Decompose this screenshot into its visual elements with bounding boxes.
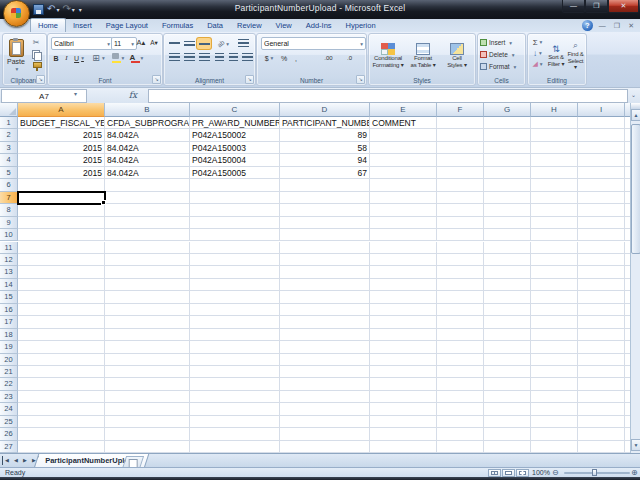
- grid-cell-C20[interactable]: [190, 354, 280, 366]
- grid-cell-F27[interactable]: [437, 441, 484, 453]
- grid-cell-F22[interactable]: [437, 378, 484, 390]
- grid-cell-E25[interactable]: [370, 416, 437, 428]
- grid-cell-I9[interactable]: [578, 217, 625, 229]
- grid-cell-B12[interactable]: [105, 254, 190, 266]
- grid-cell-B7[interactable]: [105, 192, 190, 204]
- vertical-scrollbar[interactable]: ▲ ▼: [630, 103, 640, 453]
- grid-cell-G22[interactable]: [484, 378, 531, 390]
- grid-cell-I11[interactable]: [578, 242, 625, 254]
- grid-cell-I20[interactable]: [578, 354, 625, 366]
- grid-cell-C5[interactable]: P042A150005: [190, 167, 280, 179]
- grid-cell-D19[interactable]: [280, 341, 370, 353]
- grid-cell-A12[interactable]: [18, 254, 105, 266]
- grid-cell-G21[interactable]: [484, 366, 531, 378]
- grid-cell-G24[interactable]: [484, 403, 531, 415]
- formula-input[interactable]: [148, 89, 628, 103]
- grid-cell-I17[interactable]: [578, 316, 625, 328]
- cut-button[interactable]: ✂: [30, 37, 42, 47]
- first-sheet-button[interactable]: ◀: [2, 456, 11, 465]
- grid-cell-I23[interactable]: [578, 391, 625, 403]
- grid-cell-C6[interactable]: [190, 179, 280, 191]
- grid-cell-F5[interactable]: [437, 167, 484, 179]
- row-header-12[interactable]: 12: [0, 254, 18, 266]
- grid-cell-G15[interactable]: [484, 291, 531, 303]
- grid-cell-C22[interactable]: [190, 378, 280, 390]
- grid-cell-B3[interactable]: 84.042A: [105, 142, 190, 154]
- grid-cell-A18[interactable]: [18, 329, 105, 341]
- row-header-4[interactable]: 4: [0, 154, 18, 166]
- workbook-minimize-button[interactable]: —: [597, 20, 608, 31]
- comma-style-button[interactable]: ,: [291, 52, 301, 64]
- grow-font-button[interactable]: A▴: [135, 37, 147, 48]
- grid-cell-B1[interactable]: CFDA_SUBPROGRAM: [105, 117, 190, 129]
- grid-cell-B25[interactable]: [105, 416, 190, 428]
- grid-cell-H21[interactable]: [531, 366, 578, 378]
- grid-cell-A27[interactable]: [18, 441, 105, 453]
- grid-cell-F18[interactable]: [437, 329, 484, 341]
- format-cells-button[interactable]: Format▾: [480, 61, 523, 72]
- underline-button[interactable]: U▾: [72, 52, 86, 64]
- ribbon-tab-add-ins[interactable]: Add-Ins: [299, 19, 339, 32]
- bold-button[interactable]: B: [51, 52, 61, 64]
- undo-button[interactable]: ↶▾: [47, 4, 59, 14]
- insert-function-button[interactable]: fx: [122, 89, 144, 101]
- grid-cell-G3[interactable]: [484, 142, 531, 154]
- normal-view-button[interactable]: [488, 469, 501, 477]
- grid-cell-H24[interactable]: [531, 403, 578, 415]
- grid-cell-B5[interactable]: 84.042A: [105, 167, 190, 179]
- grid-cell-I5[interactable]: [578, 167, 625, 179]
- grid-cell-D8[interactable]: [280, 204, 370, 216]
- decrease-indent-button[interactable]: [213, 52, 226, 63]
- wrap-text-button[interactable]: [235, 38, 251, 49]
- row-header-5[interactable]: 5: [0, 167, 18, 179]
- grid-cell-F15[interactable]: [437, 291, 484, 303]
- grid-cell-I16[interactable]: [578, 304, 625, 316]
- row-header-18[interactable]: 18: [0, 329, 18, 341]
- sort-filter-button[interactable]: ⇅ Sort &Filter ▾: [546, 36, 566, 75]
- grid-cell-D2[interactable]: 89: [280, 129, 370, 141]
- column-header-D[interactable]: D: [280, 103, 370, 117]
- grid-cell-D5[interactable]: 67: [280, 167, 370, 179]
- grid-cell-D12[interactable]: [280, 254, 370, 266]
- grid-cell-B19[interactable]: [105, 341, 190, 353]
- grid-cell-D6[interactable]: [280, 179, 370, 191]
- grid-cell-E3[interactable]: [370, 142, 437, 154]
- grid-cell-E27[interactable]: [370, 441, 437, 453]
- grid-cell-G7[interactable]: [484, 192, 531, 204]
- grid-cell-B20[interactable]: [105, 354, 190, 366]
- grid-cell-G9[interactable]: [484, 217, 531, 229]
- ribbon-tab-hyperion[interactable]: Hyperion: [339, 19, 383, 32]
- grid-cell-C12[interactable]: [190, 254, 280, 266]
- select-all-corner[interactable]: [0, 103, 18, 117]
- grid-cell-G11[interactable]: [484, 242, 531, 254]
- grid-cell-B16[interactable]: [105, 304, 190, 316]
- ribbon-tab-insert[interactable]: Insert: [66, 19, 99, 32]
- center-button[interactable]: [182, 52, 196, 63]
- next-sheet-button[interactable]: ▶: [21, 456, 29, 465]
- grid-cell-D25[interactable]: [280, 416, 370, 428]
- row-header-19[interactable]: 19: [0, 341, 18, 353]
- fill-button[interactable]: ↓▾: [530, 48, 545, 58]
- grid-cell-B21[interactable]: [105, 366, 190, 378]
- grid-cell-A4[interactable]: 2015: [18, 154, 105, 166]
- ribbon-tab-page-layout[interactable]: Page Layout: [99, 19, 155, 32]
- grid-cell-B27[interactable]: [105, 441, 190, 453]
- grid-cell-A9[interactable]: [18, 217, 105, 229]
- font-size-select[interactable]: 11 ▾: [111, 37, 137, 50]
- grid-cell-B13[interactable]: [105, 266, 190, 278]
- orientation-button[interactable]: ab▾: [214, 38, 232, 49]
- clipboard-dialog-launcher[interactable]: ↘: [36, 75, 45, 84]
- grid-cell-E22[interactable]: [370, 378, 437, 390]
- grid-cell-E26[interactable]: [370, 428, 437, 440]
- row-header-13[interactable]: 13: [0, 266, 18, 278]
- grid-cell-H7[interactable]: [531, 192, 578, 204]
- grid-cell-E11[interactable]: [370, 242, 437, 254]
- grid-cell-H3[interactable]: [531, 142, 578, 154]
- grid-cell-H12[interactable]: [531, 254, 578, 266]
- grid-cell-F2[interactable]: [437, 129, 484, 141]
- row-header-6[interactable]: 6: [0, 179, 18, 191]
- middle-align-button[interactable]: [182, 38, 196, 49]
- grid-cell-E19[interactable]: [370, 341, 437, 353]
- grid-cell-I8[interactable]: [578, 204, 625, 216]
- grid-cell-C13[interactable]: [190, 266, 280, 278]
